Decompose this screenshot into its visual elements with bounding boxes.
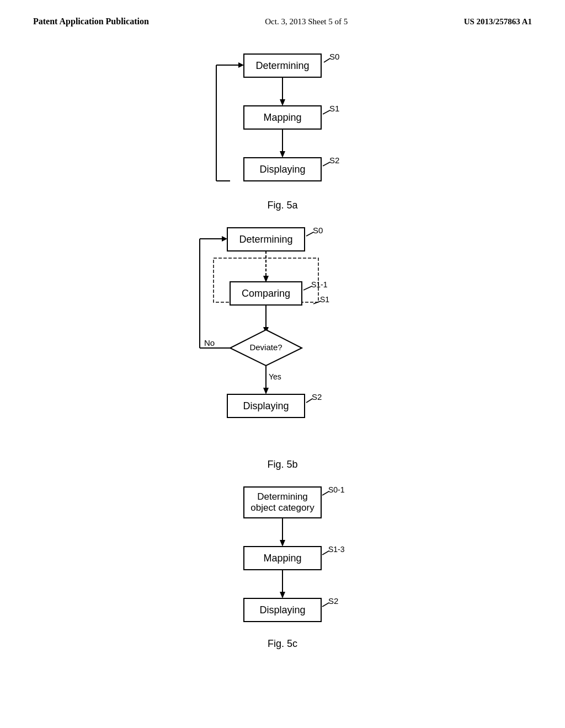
svg-text:Determining: Determining xyxy=(255,60,309,71)
fig5a-section: Determining S0 Mapping S1 Displaying S2 … xyxy=(167,49,398,211)
svg-text:S1: S1 xyxy=(320,295,329,304)
svg-text:S2: S2 xyxy=(312,392,322,402)
page-header: Patent Application Publication Oct. 3, 2… xyxy=(0,0,565,32)
svg-marker-16 xyxy=(280,151,285,158)
fig5c-section: Determining object category S0-1 Mapping… xyxy=(167,481,398,650)
svg-text:Deviate?: Deviate? xyxy=(249,342,282,352)
svg-text:Determining: Determining xyxy=(239,234,292,245)
header-center: Oct. 3, 2013 Sheet 5 of 5 xyxy=(265,17,348,26)
fig5a-diagram: Determining S0 Mapping S1 Displaying S2 xyxy=(167,49,398,203)
svg-text:Yes: Yes xyxy=(269,372,281,381)
header-left: Patent Application Publication xyxy=(33,17,149,26)
svg-text:Displaying: Displaying xyxy=(243,400,289,411)
svg-text:S0-1: S0-1 xyxy=(328,485,345,494)
fig5b-section: Determining S0 Comparing S1-1 S1 xyxy=(150,222,415,470)
svg-marker-46 xyxy=(263,388,269,394)
svg-text:S2: S2 xyxy=(328,596,338,606)
header-right: US 2013/257863 A1 xyxy=(464,17,532,26)
svg-text:Displaying: Displaying xyxy=(259,164,305,175)
svg-text:Mapping: Mapping xyxy=(263,112,301,123)
svg-text:object category: object category xyxy=(250,502,315,513)
svg-marker-4 xyxy=(238,62,244,68)
svg-text:Comparing: Comparing xyxy=(242,288,290,299)
svg-line-35 xyxy=(303,286,312,290)
svg-text:S2: S2 xyxy=(329,156,339,165)
svg-text:Mapping: Mapping xyxy=(263,553,301,564)
svg-marker-64 xyxy=(280,592,285,598)
svg-text:S0: S0 xyxy=(329,52,339,61)
svg-text:S1-1: S1-1 xyxy=(311,280,328,289)
fig5b-diagram: Determining S0 Comparing S1-1 S1 xyxy=(150,222,415,465)
main-content: Determining S0 Mapping S1 Displaying S2 … xyxy=(0,32,565,655)
svg-text:S0: S0 xyxy=(313,226,323,235)
svg-text:S1: S1 xyxy=(329,104,339,113)
svg-marker-58 xyxy=(280,540,285,547)
svg-text:S1-3: S1-3 xyxy=(328,545,345,554)
svg-text:No: No xyxy=(204,338,215,347)
svg-marker-10 xyxy=(280,99,285,106)
fig5c-diagram: Determining object category S0-1 Mapping… xyxy=(167,481,398,641)
svg-text:Displaying: Displaying xyxy=(259,604,305,615)
svg-marker-23 xyxy=(222,236,227,242)
svg-text:Determining: Determining xyxy=(257,491,308,502)
